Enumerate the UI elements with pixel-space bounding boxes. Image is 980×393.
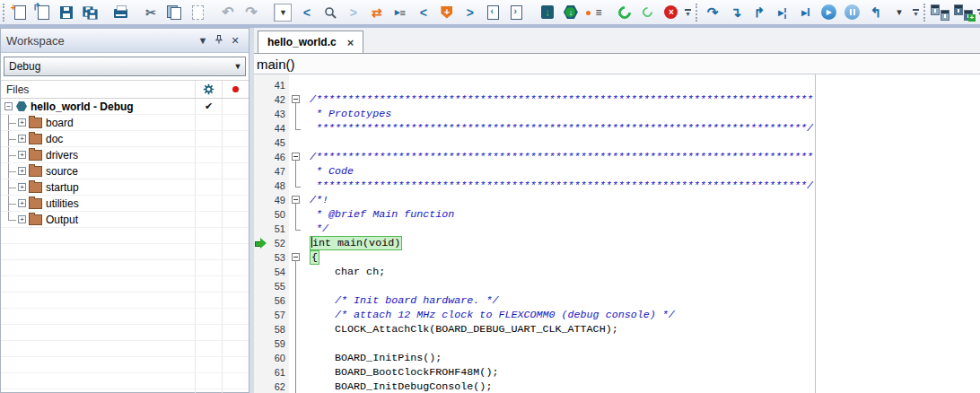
line-number[interactable]: 43 (267, 107, 289, 121)
breakpoint-margin[interactable] (254, 193, 267, 207)
add-memory-blocks-button[interactable]: + (953, 2, 975, 23)
combo-dropdown-icon[interactable]: ▼ (275, 4, 291, 21)
cut-button[interactable]: ✂ (140, 2, 162, 23)
breakpoint-margin[interactable] (254, 121, 267, 135)
debug-toolbar-overflow-button[interactable]: ▾ (913, 9, 919, 16)
breakpoint-margin[interactable] (254, 279, 267, 293)
breakpoint-margin[interactable] (254, 336, 267, 351)
breakpoint-margin[interactable] (254, 150, 267, 164)
expander-icon[interactable]: + (18, 215, 26, 223)
find-button[interactable] (319, 2, 341, 23)
code-line-56[interactable]: 56 /* Init board hardware. */ (254, 293, 815, 308)
go-button[interactable]: ▶ (818, 2, 840, 23)
tree-row-output[interactable]: +Output (1, 212, 249, 228)
stop-build-button[interactable]: × (661, 2, 682, 23)
line-number[interactable]: 53 (267, 250, 289, 265)
copy-button[interactable] (163, 2, 185, 23)
stop-debugging-button[interactable]: ↰ (865, 2, 887, 23)
step-out-button[interactable]: ↱ (748, 2, 770, 23)
breakpoint-column-header[interactable] (222, 81, 249, 98)
print-button[interactable] (109, 2, 131, 23)
line-number[interactable]: 46 (267, 150, 289, 164)
tree-row-utilities[interactable]: +utilities (1, 196, 249, 212)
code-text[interactable]: /* Init board hardware. */ (307, 293, 498, 308)
code-text[interactable]: { (307, 250, 319, 265)
next-bookmark-button[interactable]: > (459, 2, 481, 23)
tab-close-icon[interactable]: × (347, 36, 354, 49)
line-number[interactable]: 60 (267, 351, 289, 365)
code-text[interactable]: */ (307, 222, 328, 236)
fold-margin[interactable] (289, 92, 307, 107)
nav-forward-button[interactable]: > (343, 2, 364, 23)
breakpoint-margin[interactable] (254, 179, 267, 193)
fold-collapse-icon[interactable] (292, 253, 300, 261)
memory-blocks-button[interactable] (930, 2, 951, 23)
code-text[interactable]: ****************************************… (307, 121, 813, 135)
code-line-41[interactable]: 41 (254, 78, 815, 92)
quick-search-combobox[interactable]: ▼ (274, 4, 292, 22)
step-over-button[interactable]: ↴ (725, 2, 747, 23)
make-node-button[interactable]: ≡ (583, 2, 605, 23)
fold-margin[interactable] (289, 250, 307, 265)
pin-button[interactable] (211, 34, 227, 47)
code-text[interactable]: * Code (307, 164, 354, 179)
fold-collapse-icon[interactable] (292, 196, 300, 204)
code-text[interactable]: /* attach 12 MHz clock to FLEXCOMM0 (deb… (307, 308, 675, 322)
debug-dropdown-button[interactable]: ▾ (888, 2, 910, 23)
line-number[interactable]: 42 (267, 92, 289, 107)
nav-back-button[interactable]: < (296, 2, 318, 23)
code-line-47[interactable]: 47 * Code (254, 164, 815, 179)
fold-margin[interactable] (289, 193, 307, 207)
tree-row-board[interactable]: +board (1, 115, 249, 131)
code-line-45[interactable]: 45 (254, 135, 815, 150)
reset-button[interactable]: ↷ (702, 2, 723, 23)
code-line-62[interactable]: 62 BOARD_InitDebugConsole(); (254, 380, 815, 393)
line-number[interactable]: 57 (267, 308, 289, 322)
line-number[interactable]: 44 (267, 121, 289, 135)
code-text[interactable] (307, 279, 310, 293)
code-line-44[interactable]: 44 *************************************… (254, 121, 815, 135)
code-line-59[interactable]: 59 (254, 336, 815, 351)
line-number[interactable]: 59 (267, 336, 289, 351)
line-number[interactable]: 52 (267, 236, 289, 250)
breakpoint-margin[interactable] (254, 207, 267, 222)
code-line-46[interactable]: 46/*************************************… (254, 150, 815, 164)
code-line-52[interactable]: 52int main(void) (254, 236, 815, 250)
breakpoint-margin[interactable] (254, 365, 267, 380)
break-button[interactable] (842, 2, 863, 23)
breakpoint-margin[interactable] (254, 164, 267, 179)
line-number[interactable]: 55 (267, 279, 289, 293)
run-to-cursor-button[interactable]: ▸I (795, 2, 817, 23)
extra-toolbar-grip[interactable] (923, 4, 925, 22)
panel-menu-button[interactable]: ▼ (195, 35, 211, 46)
tree-row-project[interactable]: −hello_world - Debug✔ (1, 99, 249, 115)
expander-icon[interactable]: + (18, 183, 26, 191)
breakpoint-margin[interactable] (254, 308, 267, 322)
next-document-button[interactable]: › (506, 2, 528, 23)
code-line-60[interactable]: 60 BOARD_InitPins(); (254, 351, 815, 365)
tree-row-doc[interactable]: +doc (1, 131, 249, 147)
bookmark-list-button[interactable]: ▸≡ (389, 2, 411, 23)
fold-margin[interactable] (289, 150, 307, 164)
breakpoint-margin[interactable] (254, 322, 267, 336)
prev-bookmark-button[interactable]: < (413, 2, 434, 23)
code-line-43[interactable]: 43 * Prototypes (254, 107, 815, 121)
line-number[interactable]: 41 (267, 78, 289, 92)
debug-without-downloading-button[interactable]: ↓ (560, 2, 582, 23)
code-text[interactable] (307, 336, 310, 351)
code-text[interactable]: /*! (307, 193, 328, 207)
fold-collapse-icon[interactable] (292, 153, 300, 161)
cstat-analyze-file-button[interactable] (637, 2, 659, 23)
files-column-header[interactable]: Files (1, 80, 249, 99)
code-line-48[interactable]: 48 *************************************… (254, 179, 815, 193)
toolbar-grip[interactable] (3, 4, 4, 22)
expander-icon[interactable]: + (18, 167, 26, 175)
code-text[interactable]: BOARD_InitDebugConsole(); (307, 380, 492, 393)
code-text[interactable]: CLOCK_AttachClk(BOARD_DEBUG_UART_CLK_ATT… (307, 322, 618, 336)
code-line-50[interactable]: 50 * @brief Main function (254, 207, 815, 222)
code-text[interactable] (307, 135, 310, 150)
line-number[interactable]: 48 (267, 179, 289, 193)
breakpoint-margin[interactable] (254, 107, 267, 121)
breakpoint-margin[interactable] (254, 92, 267, 107)
line-number[interactable]: 54 (267, 265, 289, 279)
